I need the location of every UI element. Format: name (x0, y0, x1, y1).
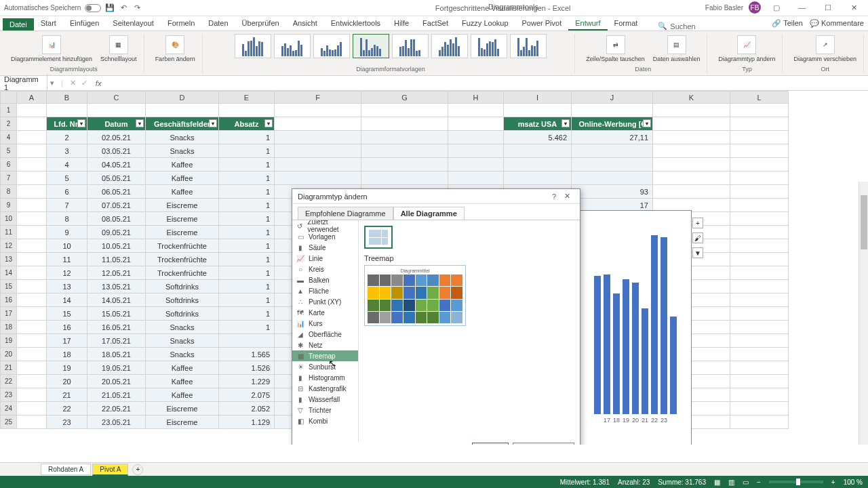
ribbon-tab-hilfe[interactable]: Hilfe (387, 17, 416, 30)
col-header-A[interactable]: A (17, 92, 47, 104)
ribbon-options-icon[interactable]: ▢ (766, 1, 787, 14)
ribbon-tab-seitenlayout[interactable]: Seitenlayout (106, 17, 161, 30)
embedded-chart[interactable]: + 🖌 ▼ 17181920212223 (579, 210, 692, 445)
ribbon-tab-factset[interactable]: FactSet (416, 17, 455, 30)
zoom-level[interactable]: 100 % (844, 479, 863, 486)
col-header-I[interactable]: I (504, 92, 572, 104)
chart-type-wasserfall[interactable]: ▮Wasserfall (292, 394, 358, 405)
ribbon-tab-entwurf[interactable]: Entwurf (568, 17, 607, 30)
chart-preview[interactable]: Diagrammtitel (364, 265, 466, 326)
confirm-formula-icon[interactable]: ✓ (79, 79, 90, 87)
col-header-E[interactable]: E (219, 92, 275, 104)
quick-layout-button[interactable]: ▦Schnelllayout (98, 34, 140, 64)
col-header-C[interactable]: C (87, 92, 146, 104)
chart-type-sunburst[interactable]: ☀Sunburst (292, 361, 358, 372)
col-header-B[interactable]: B (47, 92, 87, 104)
table-header-datum[interactable]: Datum▾ (87, 117, 146, 131)
close-icon[interactable]: ✕ (844, 1, 864, 14)
cell[interactable]: 14 (47, 293, 87, 307)
cell[interactable]: 4 (47, 158, 87, 171)
ribbon-tab-formeln[interactable]: Formeln (161, 17, 201, 30)
cell[interactable]: 19 (47, 361, 87, 375)
change-colors-button[interactable]: 🎨Farben ändern (153, 34, 198, 64)
cell[interactable]: 21 (47, 388, 87, 402)
chart-type-trichter[interactable]: ▽Trichter (292, 405, 358, 415)
cell[interactable]: 5 (47, 171, 87, 185)
cell[interactable]: 20 (47, 375, 87, 388)
move-chart-button[interactable]: ↗Diagramm verschieben (791, 34, 859, 64)
redo-icon[interactable]: ↷ (132, 3, 142, 13)
col-header-L[interactable]: L (730, 92, 789, 104)
row-header[interactable]: 19 (1, 334, 17, 348)
namebox-dropdown-icon[interactable]: ▾ (47, 79, 57, 87)
ribbon-tab-entwicklertools[interactable]: Entwicklertools (324, 17, 387, 30)
col-header-D[interactable]: D (146, 92, 219, 104)
vertical-scrollbar[interactable] (859, 182, 868, 445)
file-tab[interactable]: Datei (3, 18, 34, 30)
sheet-tab-rohdaten[interactable]: Rohdaten A (41, 464, 91, 475)
chart-type-kurs[interactable]: 📊Kurs (292, 318, 358, 329)
share-button[interactable]: 🔗 Teilen (772, 19, 803, 28)
chart-type-netz[interactable]: ✱Netz (292, 340, 358, 350)
chart-type-zuletztverwendet[interactable]: ↺Zuletzt verwendet (292, 220, 358, 231)
chart-type-balken[interactable]: ▬Balken (292, 274, 358, 285)
row-header[interactable]: 6 (1, 158, 17, 171)
chart-type-histogramm[interactable]: ▮Histogramm (292, 372, 358, 383)
col-header-K[interactable]: K (653, 92, 730, 104)
row-header[interactable]: 10 (1, 212, 17, 226)
chart-type-linie[interactable]: 📈Linie (292, 253, 358, 264)
zoom-out-icon[interactable]: − (757, 479, 761, 486)
ribbon-tab-fuzzy lookup[interactable]: Fuzzy Lookup (455, 17, 515, 30)
cell[interactable]: 13 (47, 280, 87, 293)
chart-style-4[interactable] (353, 34, 389, 58)
add-chart-element-button[interactable]: 📊Diagrammelement hinzufügen (8, 34, 95, 64)
row-header[interactable]: 14 (1, 266, 17, 280)
chart-style-8[interactable] (510, 34, 547, 58)
undo-icon[interactable]: ↶ (119, 3, 128, 13)
col-header-J[interactable]: J (572, 92, 653, 104)
cell[interactable]: 12 (47, 266, 87, 280)
ribbon-tab-einfügen[interactable]: Einfügen (63, 17, 106, 30)
chart-style-3[interactable] (313, 34, 350, 58)
chart-style-7[interactable] (471, 34, 507, 58)
col-header-F[interactable]: F (275, 92, 361, 104)
chart-filter-icon[interactable]: ▼ (692, 247, 703, 258)
chart-type-flche[interactable]: ▲Fläche (292, 285, 358, 296)
dialog-close-icon[interactable]: ✕ (560, 192, 574, 201)
chart-style-2[interactable] (274, 34, 311, 58)
select-data-button[interactable]: ▤Daten auswählen (650, 34, 703, 64)
tab-recommended[interactable]: Empfohlene Diagramme (298, 207, 393, 220)
chart-type-kastengrafik[interactable]: ⊟Kastengrafik (292, 383, 358, 394)
row-header[interactable]: 4 (1, 131, 17, 144)
chart-brush-icon[interactable]: 🖌 (692, 232, 703, 243)
view-normal-icon[interactable]: ▦ (714, 479, 720, 486)
row-header[interactable]: 16 (1, 293, 17, 307)
cell[interactable]: 15 (47, 307, 87, 321)
cancel-formula-icon[interactable]: ✕ (67, 79, 79, 87)
ribbon-tab-power pivot[interactable]: Power Pivot (515, 17, 569, 30)
chart-style-6[interactable] (431, 34, 468, 58)
ribbon-tab-daten[interactable]: Daten (201, 17, 235, 30)
search-label[interactable]: Suchen (670, 22, 695, 30)
chart-type-karte[interactable]: 🗺Karte (292, 307, 358, 318)
row-header[interactable]: 7 (1, 171, 17, 185)
col-header-G[interactable]: G (361, 92, 448, 104)
table-header-absatz[interactable]: Absatz▾ (219, 117, 275, 131)
cell[interactable]: 2 (47, 131, 87, 144)
table-header-feld[interactable]: Geschäftsfelder▾ (146, 117, 219, 131)
row-header[interactable]: 17 (1, 307, 17, 321)
fx-icon[interactable]: fx (90, 79, 107, 87)
row-header[interactable]: 21 (1, 361, 17, 375)
row-header[interactable]: 8 (1, 185, 17, 199)
add-sheet-icon[interactable]: + (132, 464, 143, 475)
row-header[interactable]: 12 (1, 239, 17, 253)
row-header[interactable]: 22 (1, 375, 17, 388)
col-header-H[interactable]: H (448, 92, 504, 104)
sheet-tab-pivot[interactable]: Pivot A (92, 464, 128, 476)
table-header-werbung[interactable]: Online-Werbung [€▾ (572, 117, 653, 131)
cell[interactable]: 18 (47, 348, 87, 361)
zoom-in-icon[interactable]: + (831, 479, 835, 486)
chart-style-5[interactable] (392, 34, 429, 58)
row-header[interactable]: 11 (1, 226, 17, 239)
row-header[interactable]: 25 (1, 415, 17, 429)
